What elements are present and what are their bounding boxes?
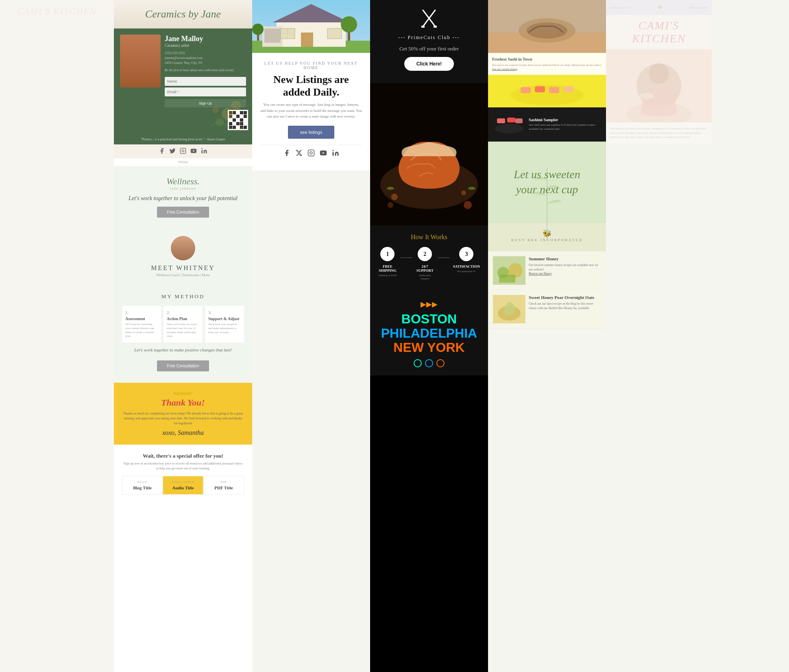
svg-point-30 <box>333 150 334 151</box>
wellness-meet-name: MEET WHITNEY <box>122 264 244 272</box>
aweber-badge: AWeber <box>114 158 252 166</box>
method-3-title: Support & Adjust <box>208 316 241 321</box>
method-2-num: 2. <box>167 310 199 315</box>
honey-summer-title: Summer Honey <box>529 256 601 261</box>
svg-rect-50 <box>563 86 573 92</box>
honey-column: Freshest Sushi in Town We source our sea… <box>488 0 606 672</box>
realestate-facebook-icon[interactable] <box>283 149 290 158</box>
primecuts-header: --- PrimeCuts Club --- Get 50% off your … <box>370 0 488 83</box>
step-line-1 <box>400 257 412 258</box>
wellness-meet-subtitle: Wellness Coach | Nutritionist | Mom <box>122 273 244 277</box>
ceramics-facebook-icon[interactable] <box>159 148 165 155</box>
offer-card-pdf: PDF PDF Title <box>203 476 244 495</box>
special-offer-title: Wait, there's a special offer for you! <box>122 453 244 459</box>
wellness-method-card-2: 2. Action Plan Next, we'll make an actio… <box>163 306 203 343</box>
rf-camis-title: CAMI'S KITCHEN <box>606 15 712 49</box>
svg-point-8 <box>201 148 203 149</box>
svg-point-39 <box>464 201 472 209</box>
wellness-method-section: MY METHOD 1. Assessment We'll start by r… <box>114 285 252 383</box>
method-1-num: 1. <box>125 310 158 315</box>
svg-point-3 <box>212 107 219 113</box>
svg-rect-48 <box>535 86 545 92</box>
ceramics-twitter-icon[interactable] <box>169 148 176 155</box>
rf-intro-text: Welcome to my Italian food-loving commun… <box>606 122 712 144</box>
primecuts-meat-image <box>370 83 488 225</box>
thankyou-section: logolpsum° Thank You! Thanks so much for… <box>114 383 252 445</box>
wellness-logo: Wellness. <box>122 176 244 187</box>
how-step-1-number: 1 <box>380 247 394 261</box>
svg-point-21 <box>341 16 357 33</box>
svg-rect-26 <box>308 150 314 156</box>
svg-point-37 <box>391 194 398 200</box>
step-line-2 <box>438 257 450 258</box>
thankyou-signature: xoxo, Samantha <box>122 429 244 436</box>
page-layout: CAMI'S KITCHEN Welcome to my Italian foo… <box>0 0 789 672</box>
realestate-instagram-icon[interactable] <box>307 149 315 158</box>
realestate-linkedin-icon[interactable] <box>332 149 339 158</box>
svg-point-66 <box>639 93 654 99</box>
honey-sweeten-content: Let us sweeten your next cup <box>514 167 580 197</box>
honey-summer-image <box>493 256 525 285</box>
honey-summer-link[interactable]: Browse our Honey <box>529 272 601 275</box>
honey-top-image <box>488 0 606 53</box>
wellness-consultation-button[interactable]: Free Consultation <box>157 207 209 218</box>
wellness-consultation-button-2[interactable]: Free Consultation <box>157 360 209 371</box>
svg-rect-34 <box>434 26 437 28</box>
step-divider-1 <box>400 247 412 280</box>
ceramics-linkedin-icon[interactable] <box>201 148 207 155</box>
method-1-title: Assessment <box>125 316 158 321</box>
wellness-cta-text: Let's work together to make positive cha… <box>122 343 244 357</box>
svg-point-40 <box>388 202 393 208</box>
offer-audio-title: Audio Title <box>165 485 201 490</box>
how-step-1-sub: Starting at $100 <box>378 274 397 277</box>
realestate-see-listings-button[interactable]: see listings <box>288 126 334 139</box>
realestate-content: LET US HELP YOU FIND YOUR NEXT HOME New … <box>252 53 370 170</box>
offer-audio-label: AUDIO OFFER <box>165 480 201 484</box>
thankyou-logo: logolpsum° <box>122 391 244 395</box>
method-2-title: Action Plan <box>167 316 199 321</box>
rf-date: JANUARY '24 <box>609 6 631 9</box>
realestate-twitter-icon[interactable] <box>295 149 303 158</box>
honey-pear-title: Sweet Honey Pear Overnight Oats <box>529 295 601 300</box>
ceramics-form: Sign Up <box>165 77 246 107</box>
svg-rect-4 <box>180 148 185 153</box>
ceramics-phone: (555) 555-5555 <box>165 51 246 56</box>
offer-cards: BLOG Blog Title AUDIO OFFER Audio Title … <box>122 476 244 495</box>
how-step-2-sub: Dedicated Support <box>416 274 434 280</box>
city-philadelphia: PHILADELPHIA <box>378 326 480 340</box>
special-offer-section: Wait, there's a special offer for you! S… <box>114 445 252 503</box>
special-offer-text: Sign up now at an introductory price to … <box>122 461 244 471</box>
offer-pdf-title: PDF Title <box>206 485 242 490</box>
wellness-method-title: MY METHOD <box>122 293 244 300</box>
wellness-method-card-1: 1. Assessment We'll start by reviewing y… <box>122 306 161 343</box>
realestate-column: LET US HELP YOU FIND YOUR NEXT HOME New … <box>252 0 370 672</box>
wellness-logo-sub: jade johnson <box>122 187 244 190</box>
ceramics-email-input[interactable] <box>165 87 246 96</box>
svg-point-1 <box>216 118 224 126</box>
ceramics-social-icons <box>114 144 252 158</box>
ceramics-signup-button[interactable]: Sign Up <box>165 99 246 107</box>
ceramics-youtube-icon[interactable] <box>190 148 197 155</box>
left-fade-column: CAMI'S KITCHEN Welcome to my Italian foo… <box>0 0 114 672</box>
how-step-2: 2 24/7 SUPPORT Dedicated Support <box>416 247 434 280</box>
svg-rect-54 <box>515 118 523 123</box>
how-it-works-steps: 1 FREE SHIPPING Starting at $100 2 24/7 … <box>378 247 480 280</box>
svg-rect-25 <box>327 28 342 39</box>
honey-sweeten-section: Let us sweeten your next cup <box>488 142 606 223</box>
ceramics-instagram-icon[interactable] <box>180 148 186 155</box>
house-illustration <box>252 0 370 53</box>
svg-point-38 <box>461 190 466 195</box>
thankyou-text: Thanks so much for completing our form t… <box>122 411 244 426</box>
ceramics-name-input[interactable] <box>165 77 246 86</box>
ceramics-header: Ceramics by Jane <box>114 0 252 28</box>
realestate-youtube-icon[interactable] <box>320 149 327 158</box>
method-1-text: We'll start by reviewing your current li… <box>125 323 158 338</box>
honey-sashimi-dark-text: Our chefs have put together 8 of their b… <box>529 123 601 131</box>
honey-pear-content: Sweet Honey Pear Overnight Oats Check ou… <box>529 295 601 311</box>
primecuts-offer-text: Get 50% off your first order <box>378 46 480 52</box>
primecuts-click-here-button[interactable]: Click Here! <box>404 57 454 71</box>
honey-seafood-link[interactable]: See our current lineup <box>492 68 602 71</box>
svg-rect-7 <box>201 150 203 153</box>
wellness-method-card-3: 3. Support & Adjust We'll track your pro… <box>205 306 244 343</box>
ceramics-quote: "Pottery... is a practical and lasting f… <box>114 134 252 144</box>
